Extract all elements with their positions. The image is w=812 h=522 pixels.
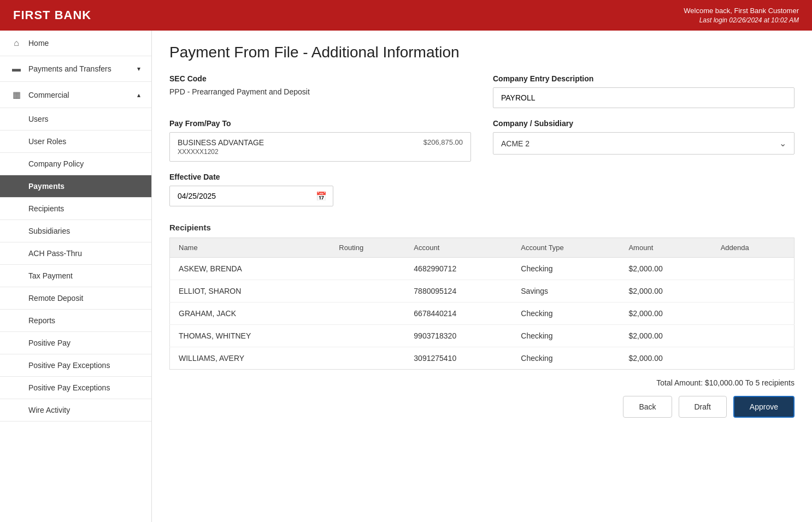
sidebar-item-tax-payment[interactable]: Tax Payment <box>0 265 151 287</box>
layout: ⌂ Home ▬ Payments and Transfers ▾ ▦ Comm… <box>0 31 812 522</box>
cell-addenda <box>712 325 795 347</box>
cell-account-type: Checking <box>512 258 620 280</box>
cell-name: ASKEW, BRENDA <box>170 258 331 280</box>
approve-button[interactable]: Approve <box>733 396 795 418</box>
sidebar-item-user-roles[interactable]: User Roles <box>0 130 151 153</box>
account-number: XXXXXX1202 <box>178 148 264 156</box>
header-welcome: Welcome back, First Bank Customer Last l… <box>684 6 799 25</box>
table-row: THOMAS, WHITNEY 9903718320 Checking $2,0… <box>170 325 795 347</box>
company-subsidiary-select[interactable]: ACME 2 ⌄ <box>493 132 795 155</box>
effective-date-input[interactable] <box>169 186 333 206</box>
cell-routing <box>330 347 405 370</box>
cell-account-type: Checking <box>512 325 620 347</box>
col-header-account: Account <box>405 238 512 258</box>
cell-addenda <box>712 347 795 370</box>
sidebar-item-users[interactable]: Users <box>0 108 151 130</box>
cell-addenda <box>712 280 795 302</box>
cell-account: 3091275410 <box>405 347 512 370</box>
cell-account: 7880095124 <box>405 280 512 302</box>
sidebar-label-home: Home <box>28 39 49 48</box>
sidebar-item-positive-pay-exceptions-2[interactable]: Positive Pay Exceptions <box>0 377 151 399</box>
total-text: Total Amount: $10,000.00 To 5 recipients <box>656 378 795 387</box>
sec-code-label: SEC Code <box>169 74 471 83</box>
cell-name: WILLIAMS, AVERY <box>170 347 331 370</box>
last-login-text: Last login 02/26/2024 at 10:02 AM <box>684 16 799 25</box>
action-buttons: Back Draft Approve <box>169 396 795 418</box>
table-row: ELLIOT, SHARON 7880095124 Savings $2,000… <box>170 280 795 302</box>
cell-account-type: Checking <box>512 347 620 370</box>
company-subsidiary-label: Company / Subsidiary <box>493 119 795 128</box>
company-subsidiary-group: Company / Subsidiary ACME 2 ⌄ <box>493 119 795 155</box>
cell-account-type: Checking <box>512 302 620 325</box>
cell-routing <box>330 258 405 280</box>
sidebar: ⌂ Home ▬ Payments and Transfers ▾ ▦ Comm… <box>0 31 152 522</box>
cell-addenda <box>712 302 795 325</box>
form-row-1: SEC Code PPD - Prearranged Payment and D… <box>169 74 795 108</box>
logo: FIRST BANK <box>13 8 91 22</box>
account-balance: $206,875.00 <box>423 138 463 146</box>
cell-routing <box>330 302 405 325</box>
total-row: Total Amount: $10,000.00 To 5 recipients <box>169 378 795 387</box>
sidebar-item-remote-deposit[interactable]: Remote Deposit <box>0 287 151 310</box>
sidebar-item-ach-pass-thru[interactable]: ACH Pass-Thru <box>0 242 151 265</box>
main-content: Payment From File - Additional Informati… <box>152 31 812 522</box>
recipients-section: Recipients Name Routing Account Account … <box>169 217 795 370</box>
col-header-name: Name <box>170 238 331 258</box>
sidebar-item-commercial[interactable]: ▦ Commercial ▴ <box>0 82 151 108</box>
cell-account: 6678440214 <box>405 302 512 325</box>
sidebar-item-payments-transfers[interactable]: ▬ Payments and Transfers ▾ <box>0 56 151 82</box>
table-row: GRAHAM, JACK 6678440214 Checking $2,000.… <box>170 302 795 325</box>
sidebar-label-commercial: Commercial <box>28 91 69 99</box>
sidebar-item-home[interactable]: ⌂ Home <box>0 31 151 56</box>
sidebar-label-payments-transfers: Payments and Transfers <box>28 64 111 73</box>
effective-date-label: Effective Date <box>169 173 333 181</box>
cell-routing <box>330 280 405 302</box>
sidebar-item-wire-activity[interactable]: Wire Activity <box>0 399 151 422</box>
cell-account-type: Savings <box>512 280 620 302</box>
sec-code-group: SEC Code PPD - Prearranged Payment and D… <box>169 74 471 96</box>
table-body: ASKEW, BRENDA 4682990712 Checking $2,000… <box>170 258 795 370</box>
cell-amount: $2,000.00 <box>620 325 711 347</box>
account-selector[interactable]: BUSINESS ADVANTAGE XXXXXX1202 $206,875.0… <box>169 132 471 162</box>
building-icon: ▦ <box>11 90 22 100</box>
welcome-text: Welcome back, First Bank Customer <box>684 6 799 16</box>
sidebar-item-positive-pay-exceptions-1[interactable]: Positive Pay Exceptions <box>0 354 151 377</box>
cell-addenda <box>712 258 795 280</box>
form-row-2: Pay From/Pay To BUSINESS ADVANTAGE XXXXX… <box>169 119 795 162</box>
chevron-up-icon: ▴ <box>137 91 140 99</box>
col-header-account-type: Account Type <box>512 238 620 258</box>
company-subsidiary-value: ACME 2 <box>501 139 529 148</box>
sidebar-item-payments[interactable]: Payments <box>0 175 151 198</box>
form-row-3: Effective Date 📅 <box>169 173 795 206</box>
sidebar-item-reports[interactable]: Reports <box>0 310 151 332</box>
pay-from-to-label: Pay From/Pay To <box>169 119 471 128</box>
chevron-down-icon: ⌄ <box>779 138 786 149</box>
account-info: BUSINESS ADVANTAGE XXXXXX1202 <box>178 138 264 156</box>
draft-button[interactable]: Draft <box>679 396 727 418</box>
cell-amount: $2,000.00 <box>620 347 711 370</box>
sidebar-item-positive-pay[interactable]: Positive Pay <box>0 332 151 354</box>
company-entry-input[interactable] <box>493 87 795 108</box>
page-title: Payment From File - Additional Informati… <box>169 44 795 61</box>
pay-from-to-group: Pay From/Pay To BUSINESS ADVANTAGE XXXXX… <box>169 119 471 162</box>
table-header: Name Routing Account Account Type Amount… <box>170 238 795 258</box>
sidebar-item-company-policy[interactable]: Company Policy <box>0 153 151 175</box>
cell-name: GRAHAM, JACK <box>170 302 331 325</box>
table-row: WILLIAMS, AVERY 3091275410 Checking $2,0… <box>170 347 795 370</box>
cell-name: ELLIOT, SHARON <box>170 280 331 302</box>
chevron-down-icon: ▾ <box>137 65 140 73</box>
company-entry-group: Company Entry Description <box>493 74 795 108</box>
back-button[interactable]: Back <box>623 396 672 418</box>
calendar-icon[interactable]: 📅 <box>316 191 327 201</box>
cell-name: THOMAS, WHITNEY <box>170 325 331 347</box>
cell-amount: $2,000.00 <box>620 280 711 302</box>
sidebar-item-subsidiaries[interactable]: Subsidiaries <box>0 220 151 242</box>
account-name: BUSINESS ADVANTAGE <box>178 138 264 147</box>
cell-account: 9903718320 <box>405 325 512 347</box>
effective-date-group: Effective Date 📅 <box>169 173 333 206</box>
table-row: ASKEW, BRENDA 4682990712 Checking $2,000… <box>170 258 795 280</box>
sidebar-item-recipients[interactable]: Recipients <box>0 198 151 220</box>
cell-routing <box>330 325 405 347</box>
cell-amount: $2,000.00 <box>620 302 711 325</box>
recipients-table: Name Routing Account Account Type Amount… <box>169 238 795 370</box>
